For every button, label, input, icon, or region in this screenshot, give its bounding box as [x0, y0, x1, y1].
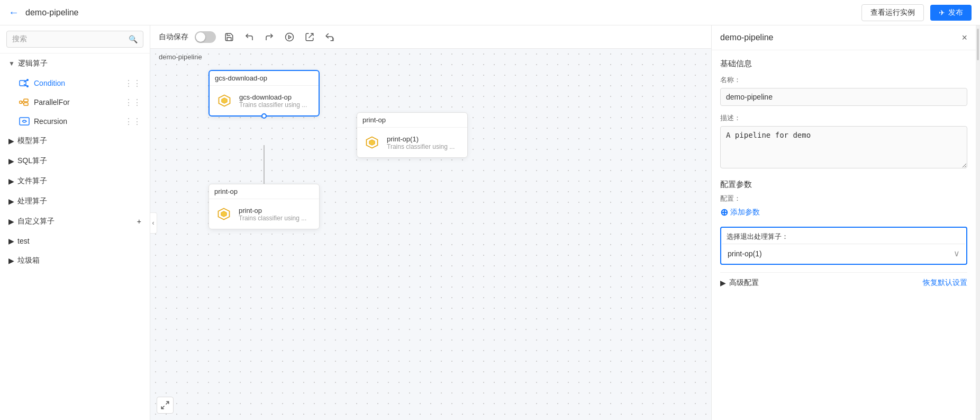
- arrow-icon-file: ▶: [8, 177, 14, 185]
- close-panel-button[interactable]: ×: [961, 33, 967, 42]
- node-desc-gcs: Trains classifier using ...: [239, 101, 307, 109]
- sidebar-item-condition[interactable]: Condition ⋮⋮: [0, 74, 150, 93]
- node-gcs-download-op[interactable]: gcs-download-op gcs-download-op Trains c…: [208, 70, 320, 117]
- search-icon: 🔍: [129, 35, 138, 43]
- back-button[interactable]: ←: [8, 6, 19, 19]
- node-title-gcs: gcs-download-op: [210, 71, 319, 86]
- node-desc-print2: Trains classifier using ...: [239, 215, 306, 222]
- svg-point-5: [20, 101, 22, 104]
- add-param-icon: ⊕: [720, 207, 728, 218]
- node-info-print1: print-op(1) Trains classifier using ...: [387, 135, 455, 150]
- desc-field-textarea[interactable]: A pipeline for demo: [720, 126, 967, 168]
- section-label-logic: 逻辑算子: [18, 59, 141, 68]
- advanced-config-toggle[interactable]: ▶ 高级配置: [720, 278, 759, 288]
- svg-point-11: [286, 33, 294, 41]
- section-model: ▶ 模型算子: [0, 131, 150, 151]
- drag-handle-recursion[interactable]: ⋮⋮: [124, 117, 141, 127]
- main-canvas[interactable]: 自动保存 demo-pipeline: [150, 25, 711, 420]
- node-name-print2: print-op: [239, 207, 306, 215]
- select-exit-field[interactable]: print-op(1) ∨: [722, 244, 965, 263]
- right-panel-header: demo-pipeline ×: [712, 25, 976, 50]
- sidebar-content: ▼ 逻辑算子 Condition ⋮⋮: [0, 53, 150, 420]
- reset-defaults-button[interactable]: 恢复默认设置: [923, 278, 967, 288]
- select-exit-label: 选择退出处理算子：: [722, 229, 965, 244]
- redo-icon[interactable]: [262, 30, 276, 44]
- section-header-trash[interactable]: ▶ 垃圾箱: [0, 251, 150, 271]
- node-connector-gcs[interactable]: [261, 113, 267, 119]
- desc-field-label: 描述：: [720, 113, 967, 123]
- save-icon[interactable]: [222, 30, 236, 44]
- arrow-icon-trash: ▶: [8, 256, 14, 265]
- toggle-knob: [196, 32, 205, 42]
- section-test: ▶ test: [0, 231, 150, 251]
- undo-icon[interactable]: [242, 30, 256, 44]
- node-icon-print2: [214, 204, 233, 224]
- page-title: demo-pipeline: [25, 8, 79, 17]
- config-label: 配置：: [720, 194, 967, 203]
- arrow-icon-custom: ▶: [8, 217, 14, 226]
- canvas-area[interactable]: gcs-download-op gcs-download-op Trains c…: [150, 49, 711, 420]
- section-label-sql: SQL算子: [17, 156, 47, 166]
- section-label-process: 处理算子: [17, 196, 47, 206]
- svg-line-15: [166, 401, 169, 404]
- advanced-config-label: 高级配置: [729, 278, 759, 288]
- section-header-test[interactable]: ▶ test: [0, 231, 150, 251]
- view-instances-button[interactable]: 查看运行实例: [861, 4, 924, 21]
- section-label-model: 模型算子: [17, 136, 47, 146]
- section-logic: ▼ 逻辑算子 Condition ⋮⋮: [0, 53, 150, 131]
- arrow-icon-sql: ▶: [8, 157, 14, 165]
- content-area: 搜索 🔍 ▼ 逻辑算子: [0, 25, 980, 420]
- svg-point-4: [26, 85, 29, 87]
- add-param-button[interactable]: ⊕ 添加参数: [720, 207, 967, 218]
- section-header-custom[interactable]: ▶ 自定义算子 +: [0, 211, 150, 231]
- node-print-op-1[interactable]: print-op print-op(1) Trains classifier u…: [357, 112, 468, 158]
- section-header-process[interactable]: ▶ 处理算子: [0, 191, 150, 211]
- arrow-icon-process: ▶: [8, 197, 14, 205]
- section-custom: ▶ 自定义算子 +: [0, 211, 150, 231]
- node-print-op-2[interactable]: print-op print-op Trains classifier usin…: [208, 184, 320, 229]
- search-placeholder: 搜索: [12, 34, 27, 44]
- node-icon-gcs: [215, 91, 234, 110]
- sidebar-item-parallelfor[interactable]: ParallelFor ⋮⋮: [0, 93, 150, 112]
- advanced-section: ▶ 高级配置 恢复默认设置: [720, 272, 967, 293]
- right-panel-body: 基础信息 名称： 描述： A pipeline for demo 配置参数 配置…: [712, 50, 976, 420]
- section-header-file[interactable]: ▶ 文件算子: [0, 171, 150, 191]
- publish-button[interactable]: ✈ 发布: [930, 5, 972, 21]
- section-header-sql[interactable]: ▶ SQL算子: [0, 151, 150, 171]
- config-params-title: 配置参数: [720, 180, 967, 190]
- node-desc-print1: Trains classifier using ...: [387, 143, 455, 150]
- scrollbar-thumb[interactable]: [977, 29, 979, 60]
- collapse-sidebar-button[interactable]: ‹: [150, 212, 157, 234]
- search-input[interactable]: 搜索 🔍: [6, 31, 143, 48]
- drag-handle-parallelfor[interactable]: ⋮⋮: [124, 97, 141, 108]
- chevron-down-icon: ∨: [954, 248, 960, 258]
- svg-point-3: [26, 79, 29, 81]
- right-panel: demo-pipeline × 基础信息 名称： 描述： A pipeline …: [711, 25, 976, 420]
- drag-handle-condition[interactable]: ⋮⋮: [124, 78, 141, 88]
- auto-save-toggle[interactable]: [195, 31, 216, 43]
- recursion-label: Recursion: [34, 117, 120, 126]
- section-header-logic[interactable]: ▼ 逻辑算子: [0, 53, 150, 74]
- node-name-gcs: gcs-download-op: [239, 93, 307, 101]
- expand-canvas-button[interactable]: [157, 397, 174, 414]
- publish-label: 发布: [948, 8, 963, 17]
- condition-icon: [19, 78, 30, 88]
- left-sidebar: 搜索 🔍 ▼ 逻辑算子: [0, 25, 150, 420]
- import-icon[interactable]: [323, 30, 337, 44]
- scrollbar-track: [976, 25, 980, 420]
- play-icon[interactable]: [283, 30, 296, 44]
- section-trash: ▶ 垃圾箱: [0, 251, 150, 271]
- right-panel-title: demo-pipeline: [720, 33, 774, 42]
- sidebar-item-recursion[interactable]: Recursion ⋮⋮: [0, 112, 150, 131]
- node-body-print2: print-op Trains classifier using ...: [209, 199, 319, 229]
- name-field-input[interactable]: [720, 88, 967, 106]
- arrow-icon: ▼: [8, 60, 15, 67]
- section-header-model[interactable]: ▶ 模型算子: [0, 131, 150, 151]
- node-body-gcs: gcs-download-op Trains classifier using …: [210, 86, 319, 115]
- svg-marker-12: [289, 35, 292, 39]
- node-title-print2: print-op: [209, 184, 319, 199]
- export-icon[interactable]: [303, 30, 316, 44]
- section-label-file: 文件算子: [17, 176, 47, 186]
- add-custom-button[interactable]: +: [137, 217, 141, 226]
- section-label-test: test: [17, 237, 30, 245]
